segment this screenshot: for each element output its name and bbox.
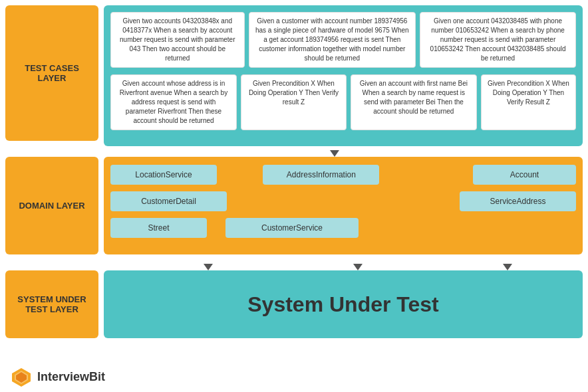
arrow-down-icon-1 bbox=[204, 264, 213, 270]
domain-address-information: AddressInformation bbox=[263, 165, 379, 185]
sut-layer: SYSTEM UNDER TEST LAYER System Under Tes… bbox=[0, 270, 588, 343]
domain-top-row: LocationService AddressInformation Accou… bbox=[110, 165, 576, 185]
domain-content: LocationService AddressInformation Accou… bbox=[104, 157, 583, 254]
test-case-card-6: Given an account with first name Bei Whe… bbox=[351, 74, 477, 130]
sut-label: SYSTEM UNDER TEST LAYER bbox=[5, 270, 98, 338]
test-cases-label: TEST CASES LAYER bbox=[5, 5, 98, 141]
arrow-down-icon-2 bbox=[353, 264, 363, 270]
test-case-card-4: Given account whose address is in Riverf… bbox=[110, 74, 237, 130]
test-cases-layer: TEST CASES LAYER Given two accounts 0432… bbox=[0, 0, 588, 146]
domain-account: Account bbox=[473, 165, 576, 185]
domain-customer-service: CustomerService bbox=[225, 218, 359, 238]
test-cases-bottom-row: Given account whose address is in Riverf… bbox=[110, 74, 576, 130]
domain-street: Street bbox=[110, 218, 207, 238]
test-case-card-7: Given Precondition X When Doing Operatio… bbox=[481, 74, 576, 130]
test-cases-content: Given two accounts 043203848x and 041837… bbox=[104, 5, 583, 146]
interviewbit-logo-icon bbox=[11, 367, 32, 388]
footer-logo: InterviewBit bbox=[11, 367, 105, 388]
domain-bottom-row: CustomerDetail ServiceAddress bbox=[110, 191, 576, 211]
test-case-card-1: Given two accounts 043203848x and 041837… bbox=[110, 12, 245, 68]
test-case-card-5: Given Precondition X When Doing Operatio… bbox=[241, 74, 347, 130]
arrow-down-icon-3 bbox=[503, 264, 512, 270]
arrows-domain-to-sut bbox=[93, 260, 588, 270]
domain-label: DOMAIN LAYER bbox=[5, 157, 98, 254]
footer: InterviewBit bbox=[0, 362, 588, 392]
test-case-card-2: Given a customer with account number 189… bbox=[249, 12, 416, 68]
footer-brand-text: InterviewBit bbox=[37, 370, 105, 384]
domain-layer: DOMAIN LAYER LocationService AddressInfo… bbox=[0, 157, 588, 260]
domain-service-address: ServiceAddress bbox=[460, 191, 576, 211]
sut-content: System Under Test bbox=[104, 270, 583, 338]
sut-title: System Under Test bbox=[247, 292, 439, 317]
domain-bottom-row2: Street CustomerService bbox=[110, 218, 576, 238]
arrow-down-icon bbox=[330, 150, 339, 157]
domain-customer-detail: CustomerDetail bbox=[110, 191, 227, 211]
arrows-tc-to-domain bbox=[93, 146, 588, 157]
test-cases-top-row: Given two accounts 043203848x and 041837… bbox=[110, 12, 576, 68]
domain-location-service: LocationService bbox=[110, 165, 217, 185]
test-case-card-3: Given one account 0432038485 with phone … bbox=[420, 12, 576, 68]
